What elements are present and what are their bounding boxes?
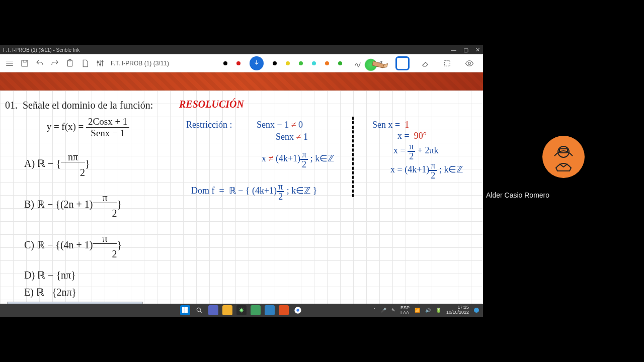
color-yellow[interactable] bbox=[286, 61, 290, 65]
step3-lhs: x bbox=[262, 153, 266, 163]
chrome-icon[interactable] bbox=[293, 305, 303, 315]
side1: Sen x = 1 bbox=[372, 120, 409, 130]
save-icon[interactable] bbox=[18, 57, 31, 70]
step1: Senx − 1 ≠ 0 bbox=[257, 120, 303, 130]
settings-icon[interactable] bbox=[94, 57, 107, 70]
svg-rect-8 bbox=[182, 307, 185, 310]
minimize-button[interactable]: — bbox=[451, 47, 456, 53]
eraser-icon[interactable] bbox=[419, 57, 432, 70]
color-green2[interactable] bbox=[338, 61, 342, 65]
wifi-icon[interactable]: 📶 bbox=[415, 308, 420, 313]
paste-icon[interactable] bbox=[63, 57, 76, 70]
taskbar: ✷ ˄ 🎤 ✎ ESP LAA 📶 🔊 🔋 17:25 10/10/2022 bbox=[0, 304, 483, 317]
header-banner bbox=[0, 72, 483, 90]
close-button[interactable]: ✕ bbox=[475, 47, 480, 53]
svg-point-4 bbox=[100, 63, 101, 65]
lang-line1: ESP bbox=[400, 305, 410, 310]
avatar bbox=[542, 136, 585, 178]
step3-op: ≠ bbox=[269, 153, 274, 163]
document-title: F.T. I-PROB (1) (3/11) bbox=[111, 60, 169, 67]
option-c: C) ℝ − {(4n + 1)π2} bbox=[5, 228, 171, 264]
redo-icon[interactable] bbox=[48, 57, 61, 70]
menu-icon[interactable] bbox=[3, 57, 16, 70]
hand-cursor-icon bbox=[369, 58, 389, 71]
side4: x = (4k+1)π2 ; k∈ℤ bbox=[390, 161, 463, 180]
notification-dot[interactable] bbox=[474, 308, 479, 313]
explorer-icon[interactable] bbox=[222, 305, 232, 315]
color-black2[interactable] bbox=[273, 61, 277, 65]
color-cyan[interactable] bbox=[312, 61, 316, 65]
option-b: B) ℝ − {(2n + 1)π2} bbox=[5, 188, 171, 223]
maximize-button[interactable]: ▢ bbox=[463, 47, 468, 53]
question-prompt: Señale el dominio de la función: bbox=[23, 100, 153, 111]
svg-point-12 bbox=[197, 308, 200, 311]
svg-rect-9 bbox=[185, 307, 188, 310]
volume-icon[interactable]: 🔊 bbox=[425, 308, 431, 313]
app-icon-2[interactable]: ✷ bbox=[236, 305, 247, 315]
step3: x ≠ (4k+1)π2 ; k∈ℤ bbox=[262, 150, 334, 169]
color-black[interactable] bbox=[223, 61, 227, 65]
stroke-style-icon[interactable] bbox=[351, 57, 364, 70]
language-indicator[interactable]: ESP LAA bbox=[400, 305, 410, 315]
option-d: D) ℝ − {nπ} bbox=[5, 269, 171, 281]
restriction-label: Restricción : bbox=[186, 120, 232, 130]
start-icon[interactable] bbox=[180, 305, 190, 315]
window-title: F.T. I-PROB (1) (3/11) - Scrible Ink bbox=[3, 47, 451, 53]
option-e: E) ℝ {2nπ} bbox=[5, 286, 171, 298]
step1-rhs: 0 bbox=[298, 120, 303, 130]
side2: x = 90° bbox=[397, 131, 427, 141]
divider-dashed bbox=[352, 117, 354, 197]
side3: x = π2 + 2πk bbox=[393, 142, 439, 161]
svg-rect-10 bbox=[182, 310, 185, 313]
step1-lhs: Senx − 1 bbox=[257, 120, 289, 130]
color-green[interactable] bbox=[299, 61, 303, 65]
toolbar: F.T. I-PROB (1) (3/11) bbox=[0, 54, 483, 72]
search-icon[interactable] bbox=[194, 305, 204, 315]
question-number: 01. bbox=[5, 100, 18, 111]
participant-name: Alder Casio Romero bbox=[486, 191, 549, 199]
new-page-icon[interactable] bbox=[78, 57, 92, 70]
step1-op: ≠ bbox=[291, 120, 296, 130]
color-orange[interactable] bbox=[325, 61, 329, 65]
color-red[interactable] bbox=[236, 61, 240, 65]
option-a: A) ℝ − {nπ2} bbox=[5, 147, 171, 183]
select-icon[interactable] bbox=[441, 57, 454, 70]
formula: y = f(x) = 2Cosx + 1 Senx − 1 bbox=[5, 116, 171, 139]
view-icon[interactable] bbox=[463, 57, 476, 70]
color-palette bbox=[223, 56, 476, 70]
app-window: F.T. I-PROB (1) (3/11) - Scrible Ink — ▢… bbox=[0, 45, 483, 317]
lang-line2: LAA bbox=[400, 310, 410, 315]
chevron-up-icon[interactable]: ˄ bbox=[373, 308, 376, 313]
app-icon-3[interactable] bbox=[251, 305, 261, 315]
formula-den: Senx − 1 bbox=[86, 128, 129, 139]
svg-point-7 bbox=[468, 62, 471, 64]
svg-rect-0 bbox=[22, 60, 28, 66]
undo-icon[interactable] bbox=[33, 57, 46, 70]
svg-point-14 bbox=[296, 309, 299, 311]
mic-icon[interactable]: 🎤 bbox=[381, 308, 386, 313]
shape-tool[interactable] bbox=[395, 56, 410, 70]
canvas[interactable]: 01. Señale el dominio de la función: y =… bbox=[0, 90, 483, 317]
step2: Senx ≠ 1 bbox=[276, 132, 308, 142]
battery-icon[interactable]: 🔋 bbox=[436, 308, 441, 313]
question-block: 01. Señale el dominio de la función: y =… bbox=[5, 100, 171, 303]
options: A) ℝ − {nπ2} B) ℝ − {(2n + 1)π2} C) ℝ − … bbox=[5, 147, 171, 298]
svg-rect-11 bbox=[185, 310, 188, 313]
taskbar-tray: ˄ 🎤 ✎ ESP LAA 📶 🔊 🔋 17:25 10/10/2022 bbox=[373, 305, 479, 315]
formula-num: 2Cosx + 1 bbox=[86, 116, 129, 128]
domain-result: Dom f = ℝ − { (4k+1)π2 ; k∈ℤ } bbox=[191, 182, 317, 201]
pen-tray-icon[interactable]: ✎ bbox=[391, 308, 395, 313]
formula-lhs: y = f(x) = bbox=[47, 121, 84, 132]
titlebar: F.T. I-PROB (1) (3/11) - Scrible Ink — ▢… bbox=[0, 45, 483, 54]
clock-date: 10/10/2022 bbox=[446, 310, 469, 315]
app-icon-1[interactable] bbox=[208, 305, 218, 315]
clock[interactable]: 17:25 10/10/2022 bbox=[446, 305, 469, 315]
svg-rect-6 bbox=[445, 60, 450, 66]
app-icon-5[interactable] bbox=[279, 305, 289, 315]
participant-tile: Alder Casio Romero bbox=[483, 136, 644, 199]
step2-lhs: Senx bbox=[276, 132, 294, 142]
pen-tool[interactable] bbox=[250, 56, 264, 70]
taskbar-apps: ✷ bbox=[180, 305, 303, 315]
app-icon-4[interactable] bbox=[265, 305, 275, 315]
resolution-heading: RESOLUCIÓN bbox=[179, 99, 244, 110]
